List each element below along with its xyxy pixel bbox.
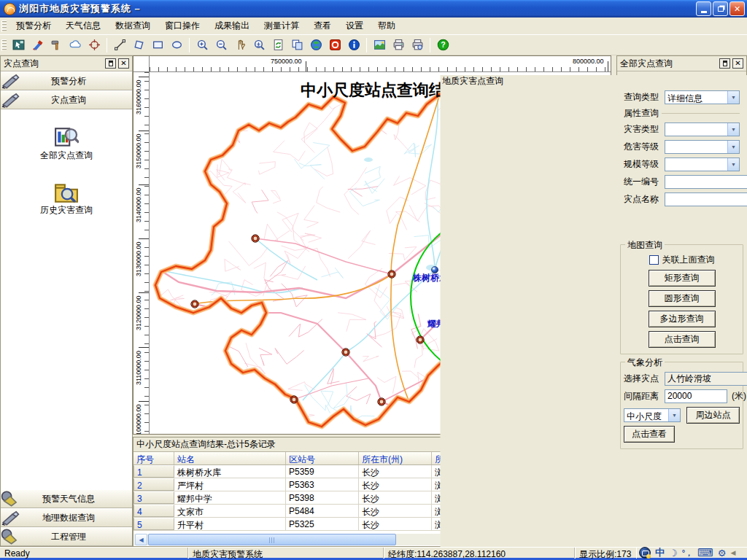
minimize-button[interactable] (696, 1, 711, 16)
zoom-in-icon[interactable] (193, 37, 211, 53)
scale-combobox[interactable]: 中小尺度 ▼ (624, 408, 681, 422)
field-row-危害等级: 危害等级▼ (624, 138, 740, 155)
close-panel-button[interactable]: ✕ (118, 58, 129, 69)
ellipse-tool-icon[interactable] (168, 37, 185, 53)
menu-item-天气信息[interactable]: 天气信息 (58, 18, 108, 34)
polygon-tool-icon[interactable] (130, 37, 147, 53)
sidebar-section-地理数据查询[interactable]: 地理数据查询 (1, 508, 132, 527)
link-above-checkbox[interactable] (649, 255, 659, 265)
restore-button[interactable] (713, 1, 728, 16)
灾点名称-field[interactable] (665, 192, 747, 206)
zoom-out-icon[interactable] (212, 37, 230, 53)
disaster-point-marker[interactable] (192, 301, 197, 306)
refresh-page-icon[interactable] (269, 37, 287, 53)
paint-brush-icon[interactable] (28, 37, 46, 53)
disaster-point-marker[interactable] (343, 349, 348, 354)
hammer-icon[interactable] (47, 37, 65, 53)
menu-item-查看[interactable]: 查看 (306, 18, 338, 34)
disaster-point-marker[interactable] (389, 271, 394, 276)
menu-item-帮助[interactable]: 帮助 (371, 18, 403, 34)
menu-item-成果输出[interactable]: 成果输出 (207, 18, 257, 34)
distance-field[interactable] (665, 389, 727, 403)
sidebar-item-历史灾害查询[interactable]: 历史灾害查询 (1, 180, 132, 216)
close-panel-button[interactable]: ✕ (732, 58, 743, 69)
legend-image-icon[interactable] (371, 37, 388, 53)
sidebar-section-灾点查询[interactable]: 灾点查询 (1, 90, 132, 109)
station-marker-highlight (433, 268, 435, 269)
query-type-combobox[interactable]: 详细信息 ▼ (665, 90, 740, 104)
ruler-tick (139, 77, 149, 77)
pin-button[interactable] (719, 58, 730, 69)
pin-button[interactable] (105, 58, 116, 69)
print-preview-icon[interactable] (409, 37, 426, 53)
chevron-down-icon[interactable]: ▼ (727, 141, 739, 153)
map-query-button-矩形查询[interactable]: 矩形查询 (649, 270, 716, 287)
disaster-point-marker[interactable] (417, 337, 422, 342)
toolbar-grip[interactable] (1, 39, 7, 51)
globe-icon[interactable] (307, 37, 325, 53)
left-sidebar: 灾点查询 ✕ 预警分析灾点查询 全部灾点查询历史灾害查询 预警天气信息地理数据查… (0, 55, 133, 547)
menu-grip[interactable] (1, 20, 7, 32)
row-number-cell: 2 (133, 478, 174, 491)
pan-hand-icon[interactable] (231, 37, 249, 53)
ime-punctuation-icon[interactable]: °， (682, 548, 693, 559)
危害等级-combobox[interactable]: ▼ (665, 140, 740, 154)
ime-halfwidth-moon-icon[interactable]: ☽ (669, 548, 678, 559)
info-icon[interactable] (345, 37, 363, 53)
menu-item-窗口操作[interactable]: 窗口操作 (158, 18, 207, 34)
weather-analysis-group: 气象分析 选择灾点 间隔距离 (米) 中小尺度 ▼ 周边站点 点击查看 (620, 362, 743, 449)
sidebar-section-工程管理[interactable]: 工程管理 (1, 527, 132, 546)
zoom-extent-icon[interactable] (250, 37, 268, 53)
column-header-所在市(州)[interactable]: 所在市(州) (359, 452, 432, 464)
column-header-站名[interactable]: 站名 (174, 452, 286, 464)
menu-item-设置[interactable]: 设置 (338, 18, 371, 34)
select-map-icon[interactable] (9, 37, 27, 53)
disaster-point-marker[interactable] (252, 236, 258, 241)
cloud-icon[interactable] (66, 37, 84, 53)
map-query-button-圆形查询[interactable]: 圆形查询 (649, 290, 716, 307)
灾害类型-combobox[interactable]: ▼ (665, 122, 740, 136)
map-query-button-点击查询[interactable]: 点击查询 (649, 331, 716, 348)
print-icon[interactable] (390, 37, 407, 53)
close-button[interactable]: ✕ (729, 1, 745, 16)
column-header-序号[interactable]: 序号 (133, 452, 174, 464)
table-cell: 严坪村 (174, 478, 286, 491)
map-query-button-多边形查询[interactable]: 多边形查询 (649, 311, 716, 327)
copy-layers-icon[interactable] (288, 37, 306, 53)
help-icon[interactable]: ? (434, 37, 452, 53)
disaster-point-marker[interactable] (379, 399, 384, 404)
query-all-icon (54, 125, 79, 147)
chevron-down-icon[interactable]: ▼ (668, 409, 680, 421)
line-tool-icon[interactable] (111, 37, 128, 53)
query-type-label: 查询类型 (624, 91, 665, 104)
scroll-left-button[interactable]: ◀ (135, 534, 147, 545)
center-target-icon[interactable] (85, 37, 103, 53)
规模等级-combobox[interactable]: ▼ (665, 158, 740, 171)
ime-chinese-mode-icon[interactable]: 中 (655, 546, 665, 559)
统一编号-field[interactable] (665, 175, 747, 189)
stop-icon[interactable] (326, 37, 344, 53)
disaster-point-marker[interactable] (291, 397, 296, 402)
sidebar-item-全部灾点查询[interactable]: 全部灾点查询 (1, 125, 132, 161)
ruler-label: 3140000.00 (135, 187, 142, 222)
ime-logo-icon[interactable] (639, 547, 651, 559)
chevron-down-icon[interactable]: ▼ (727, 91, 739, 104)
scrollbar-thumb[interactable] (148, 534, 396, 545)
click-view-button[interactable]: 点击查看 (624, 426, 675, 443)
menu-item-预警分析[interactable]: 预警分析 (9, 18, 58, 34)
select-point-field[interactable] (665, 372, 747, 386)
ime-settings-icon[interactable]: ⚙ (718, 548, 727, 559)
chevron-down-icon[interactable]: ▼ (727, 123, 739, 136)
ime-collapse-icon[interactable]: ◀ (730, 549, 735, 556)
window-title: 浏阳市地质灾害预警系统 – (19, 2, 694, 15)
column-header-区站号[interactable]: 区站号 (286, 452, 359, 464)
sidebar-section-预警天气信息[interactable]: 预警天气信息 (1, 489, 132, 508)
menu-item-测量计算[interactable]: 测量计算 (257, 18, 306, 34)
chevron-down-icon[interactable]: ▼ (727, 158, 739, 171)
sidebar-section-预警分析[interactable]: 预警分析 (1, 71, 132, 90)
rect-tool-icon[interactable] (149, 37, 166, 53)
nearby-stations-button[interactable]: 周边站点 (686, 407, 740, 424)
menu-item-数据查询[interactable]: 数据查询 (108, 18, 158, 34)
ime-keyboard-icon[interactable]: ⌨ (697, 546, 713, 559)
ruler-tick (139, 292, 149, 293)
